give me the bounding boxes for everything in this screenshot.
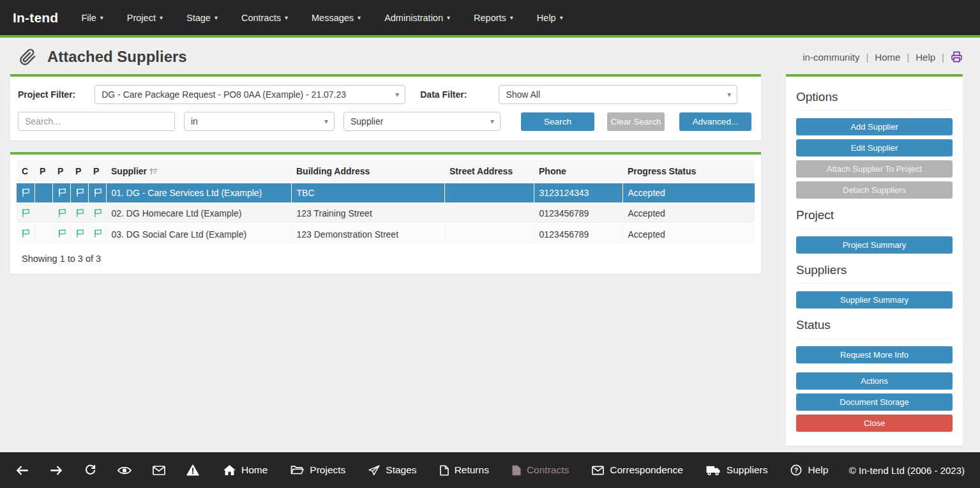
col-header-building[interactable]: Building Address — [291, 160, 444, 183]
link-help[interactable]: Help — [916, 52, 951, 63]
search-in-value: in — [191, 116, 198, 126]
sidebar-column: Options Add Supplier Edit Supplier Attac… — [786, 74, 963, 446]
footer-nav-label: Help — [808, 464, 828, 476]
svg-text:?: ? — [794, 466, 798, 474]
col-header-p4[interactable]: P — [88, 160, 106, 183]
col-header-c[interactable]: C — [17, 160, 34, 183]
footer-nav-suppliers[interactable]: Suppliers — [706, 464, 768, 476]
filter-panel: Project Filter: DG - Care Package Reques… — [10, 74, 761, 141]
menu-file[interactable]: File▾ — [81, 13, 103, 23]
attach-supplier-button[interactable]: Attach Supplier To Project — [796, 160, 953, 178]
footer-nav-home[interactable]: Home — [223, 464, 268, 476]
flag-cell-empty — [34, 203, 52, 224]
supplier-summary-button[interactable]: Supplier Summary — [796, 291, 953, 309]
search-field-value: Supplier — [351, 116, 383, 126]
menu-contracts[interactable]: Contracts▾ — [241, 13, 288, 23]
link-home[interactable]: Home — [875, 52, 916, 63]
project-summary-button[interactable]: Project Summary — [796, 236, 953, 254]
chevron-down-icon: ▾ — [510, 15, 513, 21]
footer-nav-help[interactable]: ? Help — [790, 464, 828, 476]
col-header-street[interactable]: Street Address — [444, 160, 534, 183]
edit-supplier-button[interactable]: Edit Supplier — [796, 139, 953, 156]
close-button[interactable]: Close — [796, 415, 953, 432]
cell-building: TBC — [291, 183, 444, 203]
footer-toolbar: Home Projects Stages Returns Contracts C… — [0, 452, 980, 488]
sort-amount-icon[interactable] — [149, 167, 158, 176]
app-logo[interactable]: In-tend — [13, 10, 58, 26]
col-header-p1[interactable]: P — [34, 160, 52, 183]
sidebar-section-suppliers: Suppliers Supplier Summary — [796, 257, 953, 309]
footer-nav-contracts: Contracts — [512, 464, 569, 476]
detach-suppliers-button[interactable]: Detach Suppliers — [796, 181, 953, 199]
table-row[interactable]: 02. DG Homecare Ltd (Example) 123 Traini… — [17, 203, 755, 224]
cell-phone: 3123124343 — [534, 183, 622, 203]
search-button[interactable]: Search — [521, 112, 594, 131]
envelope-icon — [592, 466, 604, 475]
sidebar-section-project: Project Project Summary — [796, 202, 953, 254]
page-title: Attached Suppliers — [47, 48, 187, 66]
cell-supplier: 01. DG - Care Services Ltd (Example) — [106, 183, 291, 203]
search-input[interactable] — [18, 112, 175, 131]
footer-nav-projects[interactable]: Projects — [290, 464, 345, 476]
flag-cell-p — [70, 224, 88, 244]
col-header-phone[interactable]: Phone — [534, 160, 622, 183]
section-heading-options: Options — [796, 84, 953, 111]
forward-arrow-icon[interactable] — [50, 465, 63, 476]
col-header-p2[interactable]: P — [52, 160, 70, 183]
search-field-select[interactable]: Supplier — [343, 112, 501, 131]
menu-messages[interactable]: Messages▾ — [312, 13, 361, 23]
add-supplier-button[interactable]: Add Supplier — [796, 118, 953, 135]
col-header-label: Supplier — [111, 166, 147, 176]
col-header-status[interactable]: Progress Status — [622, 160, 755, 183]
project-filter-select[interactable]: DG - Care Package Request - PO8 0AA (Exa… — [94, 85, 405, 104]
table-row[interactable]: 03. DG Social Care Ltd (Example) 123 Dem… — [17, 224, 755, 244]
col-header-supplier[interactable]: Supplier — [106, 160, 291, 183]
col-header-p3[interactable]: P — [70, 160, 88, 183]
cell-street — [444, 183, 534, 203]
flag-icon — [57, 208, 67, 218]
menu-reports[interactable]: Reports▾ — [474, 13, 513, 23]
link-in-community[interactable]: in-community — [803, 52, 875, 63]
actions-button[interactable]: Actions — [796, 372, 953, 390]
menu-stage[interactable]: Stage▾ — [186, 13, 218, 23]
footer-nav-returns[interactable]: Returns — [440, 464, 489, 476]
flag-icon — [93, 208, 103, 218]
menu-administration[interactable]: Administration▾ — [384, 13, 450, 23]
footer-nav: Home Projects Stages Returns Contracts C… — [223, 464, 828, 476]
cell-status: Accepted — [622, 203, 755, 224]
footer-nav-stages[interactable]: Stages — [368, 464, 416, 476]
flag-icon — [21, 188, 31, 197]
advanced-button[interactable]: Advanced... — [679, 112, 751, 131]
sidebar-panel: Options Add Supplier Edit Supplier Attac… — [786, 74, 963, 446]
refresh-icon[interactable] — [84, 464, 96, 477]
envelope-icon[interactable] — [153, 466, 165, 475]
section-heading-project: Project — [796, 202, 953, 229]
footer-nav-label: Contracts — [527, 464, 569, 476]
back-arrow-icon[interactable] — [15, 465, 29, 476]
paper-plane-icon — [368, 465, 380, 476]
eye-icon[interactable] — [117, 466, 132, 475]
menu-project[interactable]: Project▾ — [127, 13, 163, 23]
request-more-info-button[interactable]: Request More Info — [796, 346, 953, 363]
flag-icon — [93, 188, 103, 197]
table-row-selected[interactable]: 01. DG - Care Services Ltd (Example) TBC… — [17, 183, 755, 203]
flag-icon — [75, 229, 85, 238]
footer-nav-label: Returns — [455, 464, 489, 476]
footer-nav-correspondence[interactable]: Correspondence — [592, 464, 683, 476]
cell-phone: 0123456789 — [534, 224, 622, 244]
data-filter-label: Data Filter: — [420, 89, 467, 100]
search-in-select[interactable]: in — [184, 112, 335, 131]
top-menubar: In-tend File▾ Project▾ Stage▾ Contracts▾… — [0, 0, 980, 35]
page: In-tend File▾ Project▾ Stage▾ Contracts▾… — [0, 0, 980, 488]
chevron-down-icon: ▾ — [100, 15, 103, 21]
clear-search-button[interactable]: Clear Search — [607, 112, 665, 131]
data-filter-select[interactable]: Show All — [499, 85, 737, 104]
flag-cell-c — [17, 224, 34, 244]
menu-help[interactable]: Help▾ — [537, 13, 563, 23]
flag-icon — [21, 208, 31, 218]
document-storage-button[interactable]: Document Storage — [796, 393, 953, 411]
menu-label: Project — [127, 13, 156, 23]
print-icon[interactable] — [951, 51, 963, 63]
footer-nav-label: Stages — [386, 464, 416, 476]
warning-icon[interactable] — [186, 464, 199, 476]
